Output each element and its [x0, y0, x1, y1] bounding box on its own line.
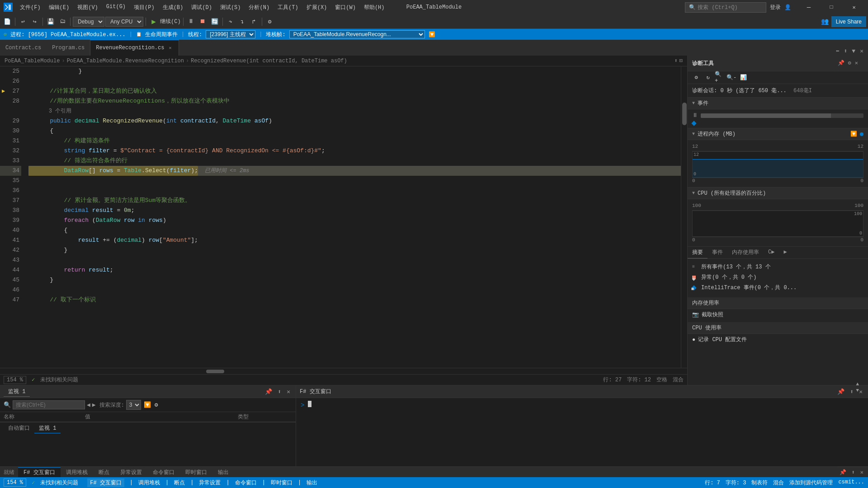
memory-section-header[interactable]: ▼ 进程内存 (MB) 🔽 — [688, 128, 868, 140]
save-btn[interactable]: 💾 — [45, 16, 56, 27]
menu-file[interactable]: 文件(F) — [16, 3, 44, 12]
zoom-level[interactable]: 154 % — [4, 376, 26, 384]
status-panel-tab[interactable]: F# 交互窗口 — [87, 479, 124, 487]
menu-view[interactable]: 视图(V) — [74, 3, 102, 12]
settings-btn[interactable]: ⚙ — [264, 16, 275, 27]
tab-list-icon[interactable]: ▼ — [850, 47, 857, 56]
watch1-tab[interactable]: 监视 1 — [34, 423, 61, 433]
expand-icon[interactable]: ⬆ — [675, 57, 678, 64]
tab-program[interactable]: Program.cs — [47, 40, 90, 56]
diag-tab-c[interactable]: C▶ — [764, 247, 779, 258]
btab-exceptions[interactable]: 异常设置 — [115, 467, 147, 477]
cpu-select[interactable]: Any CPU — [105, 17, 143, 27]
watch-nav-left-icon[interactable]: ◀ — [87, 401, 90, 408]
diag-tab-summary[interactable]: 摘要 — [688, 247, 708, 258]
vertical-scrollbar[interactable] — [681, 66, 687, 368]
save-all-btn[interactable]: 🗂 — [57, 16, 68, 27]
events-section-header[interactable]: ▼ 事件 — [688, 98, 868, 109]
cpu-use-header[interactable]: CPU 使用率 — [688, 322, 868, 334]
undo-btn[interactable]: ↩ — [18, 16, 28, 27]
split-left-icon[interactable]: ⬅ — [834, 47, 841, 56]
watch-expand-icon[interactable]: ⬆ — [276, 387, 283, 396]
status-tabsize[interactable]: 制表符 — [751, 479, 768, 487]
pause-btn[interactable]: ⏸ — [186, 16, 197, 27]
close-all-icon[interactable]: ✕ — [858, 47, 865, 56]
snapshot-btn[interactable]: 📷 截取快照 — [692, 311, 863, 319]
diag-settings-icon[interactable]: ⚙ — [847, 59, 852, 67]
diag-close-icon[interactable]: ✕ — [854, 59, 859, 67]
new-project-btn[interactable]: 📄 — [2, 16, 13, 27]
split-right-icon[interactable]: ⬆ — [842, 47, 849, 56]
status-callstack[interactable]: 调用堆栈 — [138, 479, 160, 487]
user-icon[interactable]: 👤 — [784, 4, 791, 11]
event-intellitrace[interactable]: ◆ IntelliTrace 事件(0 个，共 0... — [692, 282, 863, 293]
menu-tools[interactable]: 工具(T) — [274, 3, 302, 12]
memory-use-header[interactable]: 内存使用率 — [688, 297, 868, 309]
minimize-button[interactable]: — — [798, 0, 819, 14]
status-immediate[interactable]: 即时窗口 — [271, 479, 292, 487]
diag-tab-events[interactable]: 事件 — [708, 247, 727, 258]
menu-analyze[interactable]: 分析(N) — [245, 3, 273, 12]
lifecycle-btn[interactable]: 生命周期事件 — [145, 31, 178, 38]
tab-revenue-recognition[interactable]: RevenueRecognition.cs ✕ — [90, 40, 179, 56]
diag-tab-memory[interactable]: 内存使用率 — [727, 247, 764, 258]
interactive-expand-icon[interactable]: ⬆ — [848, 387, 855, 396]
stackframe-select[interactable]: PoEAA_TableModule.RevenueRecogn... — [289, 30, 425, 38]
breadcrumb-file[interactable]: PoEAA_TableModule.RevenueRecognition — [67, 58, 184, 64]
close-button[interactable]: ✕ — [844, 0, 864, 14]
search-depth-select[interactable]: 3 — [126, 400, 141, 410]
btab-callstack[interactable]: 调用堆栈 — [61, 467, 93, 477]
watch-pin-icon[interactable]: 📌 — [263, 387, 274, 396]
watch-filter-icon[interactable]: 🔽 — [143, 400, 152, 409]
nav-down-icon[interactable]: ▼ — [856, 388, 859, 393]
maximize-button[interactable]: □ — [821, 0, 842, 14]
diag-settings2-icon[interactable]: ⚙ — [691, 73, 701, 83]
menu-git[interactable]: Git(G) — [103, 3, 129, 12]
event-exceptions[interactable]: ◆ 异常(0 个，共 0 个) — [692, 272, 863, 282]
diag-tab-more[interactable]: ▶ — [779, 247, 791, 258]
stop-btn[interactable]: ⏹ — [198, 16, 208, 27]
btab-immediate[interactable]: 即时窗口 — [180, 467, 212, 477]
btab-output[interactable]: 输出 — [212, 467, 234, 477]
horizontal-scrollbar[interactable] — [0, 368, 687, 374]
watch-nav-right-icon[interactable]: ▶ — [92, 401, 96, 408]
auto-window-tab[interactable]: 自动窗口 — [4, 423, 34, 433]
record-cpu-btn[interactable]: ● 记录 CPU 配置文件 — [692, 336, 863, 343]
debug-mode-select[interactable]: Debug — [73, 17, 104, 27]
menu-project[interactable]: 项目(P) — [130, 3, 158, 12]
menu-build[interactable]: 生成(B) — [159, 3, 187, 12]
menu-window[interactable]: 窗口(W) — [331, 3, 359, 12]
filter-icon[interactable]: 🔽 — [429, 31, 435, 38]
btab-breakpoints[interactable]: 断点 — [93, 467, 115, 477]
breadcrumb-method[interactable]: RecognizedRevenue(int contractId, DateTi… — [191, 58, 347, 64]
bottom-actions-expand[interactable]: ⬆ — [850, 468, 857, 477]
step-into-btn[interactable]: ↴ — [237, 16, 248, 27]
menu-edit[interactable]: 编辑(E) — [45, 3, 73, 12]
cpu-section-header[interactable]: ▼ CPU (所有处理器的百分比) — [688, 188, 868, 199]
diag-zoom-out-icon[interactable]: 🔍- — [726, 73, 736, 83]
cursor-indicator[interactable] — [308, 401, 311, 407]
scrollbar-thumb[interactable] — [682, 103, 687, 125]
redo-btn[interactable]: ↪ — [29, 16, 40, 27]
menu-test[interactable]: 测试(S) — [217, 3, 245, 12]
menu-extensions[interactable]: 扩展(X) — [303, 3, 331, 12]
status-git[interactable]: 添加到源代码管理 — [789, 479, 833, 487]
process-info[interactable]: 进程: [9656] PoEAA_TableModule.ex... — [10, 31, 125, 38]
btab-command[interactable]: 命令窗口 — [147, 467, 180, 477]
watch-settings-icon[interactable]: ⚙ — [154, 400, 159, 409]
status-encoding[interactable]: 混合 — [773, 479, 784, 487]
split-editor-icon[interactable]: ⊡ — [679, 57, 683, 64]
code-content[interactable]: } //计算某合同，某日期之前的已确认收入 //用的数据主要在RevenueRe… — [25, 66, 681, 368]
tab-contract[interactable]: Contract.cs — [0, 40, 47, 56]
diag-refresh-icon[interactable]: ↻ — [703, 73, 713, 83]
status-output[interactable]: 输出 — [307, 479, 317, 487]
watch-search-input[interactable] — [13, 400, 85, 409]
status-zoom[interactable]: 154 % — [4, 479, 26, 487]
nav-up-icon[interactable]: ▲ — [856, 381, 859, 387]
status-breakpoints[interactable]: 断点 — [174, 479, 185, 487]
interactive-pin-icon[interactable]: 📌 — [835, 387, 846, 396]
diag-zoom-in-icon[interactable]: 🔍+ — [715, 73, 725, 83]
diag-chart-icon[interactable]: 📊 — [738, 73, 748, 83]
btab-interactive[interactable]: F# 交互窗口 — [18, 467, 61, 477]
breadcrumb-project[interactable]: PoEAA_TableModule — [5, 58, 60, 64]
